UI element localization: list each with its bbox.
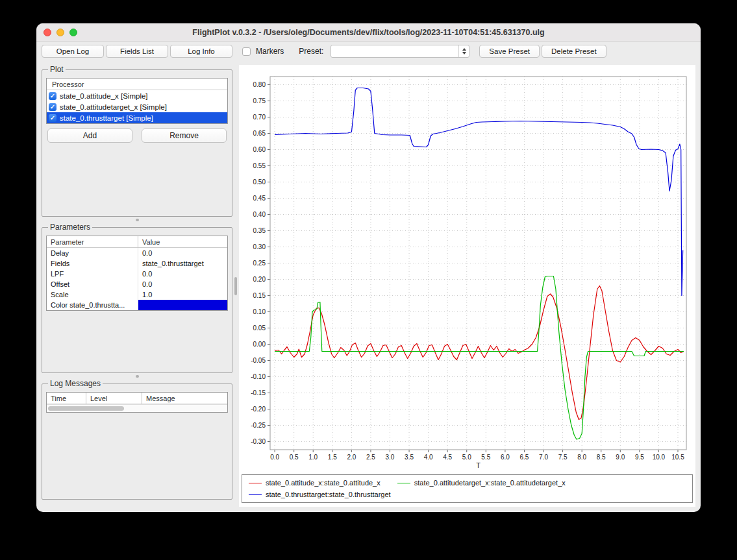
- svg-text:2.0: 2.0: [347, 454, 356, 461]
- svg-text:0.75: 0.75: [253, 97, 266, 104]
- svg-text:-0.10: -0.10: [251, 373, 266, 380]
- value-column-header[interactable]: Value: [138, 236, 227, 248]
- svg-text:0.70: 0.70: [253, 114, 266, 121]
- svg-text:0.10: 0.10: [253, 308, 266, 315]
- parameter-row[interactable]: Offset0.0: [47, 279, 227, 289]
- svg-text:9.0: 9.0: [616, 454, 625, 461]
- plot-table-row[interactable]: state_0.thrusttarget [Simple]: [47, 112, 227, 123]
- parameter-row[interactable]: Delay0.0: [47, 248, 227, 258]
- plot-buttons: Add Remove: [46, 128, 228, 145]
- svg-text:8.5: 8.5: [597, 454, 606, 461]
- legend-item: state_0.attitudetarget_x:state_0.attitud…: [397, 479, 566, 487]
- zoom-window-button[interactable]: [69, 29, 77, 36]
- parameter-name: LPF: [47, 269, 138, 279]
- level-column-header[interactable]: Level: [86, 393, 142, 404]
- svg-text:-0.15: -0.15: [251, 389, 266, 396]
- markers-label: Markers: [256, 47, 284, 56]
- combo-arrows-icon: [458, 45, 469, 57]
- log-info-button[interactable]: Log Info: [170, 45, 232, 58]
- svg-text:0.30: 0.30: [253, 243, 266, 250]
- horizontal-scrollbar[interactable]: [47, 404, 227, 412]
- add-button[interactable]: Add: [47, 128, 132, 143]
- chart-area: 0.00.51.01.52.02.53.03.54.04.55.05.56.06…: [239, 65, 695, 507]
- parameter-value[interactable]: state_0.thrusttarget: [138, 258, 227, 269]
- svg-text:-0.25: -0.25: [251, 422, 266, 429]
- processor-table: Processor state_0.attitude_x [Simple]sta…: [46, 78, 228, 124]
- svg-text:0.0: 0.0: [270, 454, 279, 461]
- open-log-button[interactable]: Open Log: [42, 45, 104, 58]
- delete-preset-button[interactable]: Delete Preset: [542, 45, 606, 58]
- plot-panel-title: Plot: [48, 65, 66, 74]
- fields-list-button[interactable]: Fields List: [106, 45, 168, 58]
- svg-text:0.60: 0.60: [253, 146, 266, 153]
- chart-plot[interactable]: 0.00.51.01.52.02.53.03.54.04.55.05.56.06…: [240, 67, 694, 472]
- parameters-table-header: Parameter Value: [47, 236, 227, 248]
- splitter-handle[interactable]: [42, 217, 232, 223]
- legend-label: state_0.attitude_x:state_0.attitude_x: [266, 479, 381, 487]
- svg-text:1.5: 1.5: [328, 454, 337, 461]
- svg-text:0.50: 0.50: [253, 178, 266, 186]
- svg-text:4.0: 4.0: [424, 454, 433, 461]
- parameters-panel: Parameters Parameter Value Delay0.0Field…: [42, 223, 232, 373]
- svg-text:1.0: 1.0: [308, 454, 318, 461]
- parameters-table: Parameter Value Delay0.0Fieldsstate_0.th…: [46, 236, 228, 311]
- color-swatch[interactable]: [138, 300, 227, 310]
- parameter-row[interactable]: Scale1.0: [47, 289, 227, 300]
- field-checkbox[interactable]: [49, 114, 56, 122]
- parameter-column-header[interactable]: Parameter: [47, 236, 138, 248]
- field-checkbox[interactable]: [49, 103, 56, 111]
- parameter-row[interactable]: Fieldsstate_0.thrusttarget: [47, 258, 227, 269]
- parameter-value[interactable]: 0.0: [138, 248, 227, 258]
- main-content: Plot Processor state_0.attitude_x [Simpl…: [36, 61, 701, 512]
- splitter-handle[interactable]: [42, 373, 232, 379]
- processor-column-header[interactable]: Processor: [47, 79, 227, 90]
- remove-button[interactable]: Remove: [142, 128, 227, 143]
- save-preset-button[interactable]: Save Preset: [479, 45, 540, 58]
- parameter-row[interactable]: Color state_0.thrustta...: [47, 300, 227, 310]
- window-title: FlightPlot v.0.3.2 - /Users/oleg/Documen…: [192, 28, 544, 37]
- titlebar: FlightPlot v.0.3.2 - /Users/oleg/Documen…: [36, 23, 701, 42]
- legend-label: state_0.attitudetarget_x:state_0.attitud…: [414, 479, 566, 487]
- svg-text:6.5: 6.5: [520, 454, 529, 461]
- svg-text:8.0: 8.0: [577, 454, 586, 461]
- legend-item: state_0.attitude_x:state_0.attitude_x: [249, 479, 381, 487]
- legend-line-icon: [249, 494, 262, 495]
- svg-text:0.00: 0.00: [253, 341, 266, 348]
- field-checkbox[interactable]: [49, 92, 56, 100]
- plot-table-row[interactable]: state_0.attitude_x [Simple]: [47, 90, 227, 101]
- toolbar: Open Log Fields List Log Info Markers Pr…: [36, 42, 701, 61]
- parameters-panel-title: Parameters: [48, 223, 92, 232]
- markers-checkbox[interactable]: [242, 47, 251, 56]
- svg-text:3.0: 3.0: [386, 454, 395, 461]
- parameter-name: Delay: [47, 248, 138, 258]
- minimize-window-button[interactable]: [56, 29, 64, 36]
- preset-label: Preset:: [299, 47, 323, 56]
- field-label: state_0.thrusttarget [Simple]: [60, 114, 153, 122]
- preset-combobox[interactable]: [331, 45, 469, 58]
- svg-text:T: T: [476, 461, 481, 469]
- parameter-row[interactable]: LPF0.0: [47, 269, 227, 279]
- svg-text:0.5: 0.5: [290, 454, 299, 461]
- message-column-header[interactable]: Message: [142, 393, 227, 404]
- app-window: FlightPlot v.0.3.2 - /Users/oleg/Documen…: [36, 23, 701, 512]
- svg-text:0.20: 0.20: [253, 276, 266, 283]
- scrollbar-thumb[interactable]: [48, 406, 124, 411]
- parameter-value[interactable]: 0.0: [138, 279, 227, 289]
- svg-text:0.25: 0.25: [253, 260, 266, 267]
- chart[interactable]: 0.00.51.01.52.02.53.03.54.04.55.05.56.06…: [240, 67, 694, 472]
- parameter-name: Color state_0.thrustta...: [47, 300, 138, 310]
- svg-text:3.5: 3.5: [405, 454, 414, 461]
- time-column-header[interactable]: Time: [47, 393, 86, 404]
- parameter-value[interactable]: [138, 300, 227, 310]
- svg-text:-0.30: -0.30: [251, 438, 266, 445]
- splitter-handle-vertical[interactable]: [234, 65, 238, 507]
- field-label: state_0.attitude_x [Simple]: [60, 92, 148, 100]
- parameter-value[interactable]: 1.0: [138, 289, 227, 300]
- parameter-name: Offset: [47, 279, 138, 289]
- parameter-value[interactable]: 0.0: [138, 269, 227, 279]
- log-messages-table-header: Time Level Message: [47, 393, 227, 404]
- parameter-name: Scale: [47, 289, 138, 300]
- plot-table-row[interactable]: state_0.attitudetarget_x [Simple]: [47, 101, 227, 112]
- svg-text:0.15: 0.15: [253, 292, 266, 299]
- close-window-button[interactable]: [44, 29, 51, 36]
